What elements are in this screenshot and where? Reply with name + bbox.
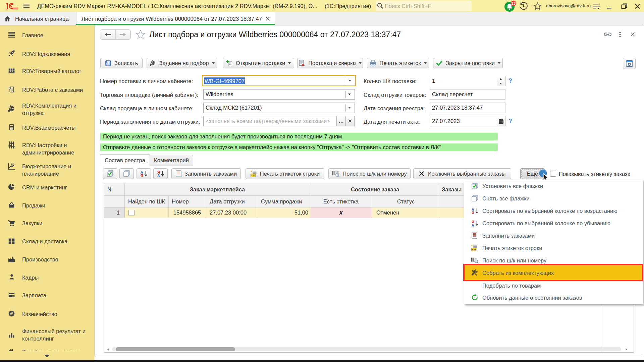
svg-text:₽: ₽ <box>10 311 13 316</box>
svg-text:А: А <box>157 174 160 178</box>
svg-text:Я: Я <box>140 174 143 178</box>
svg-text:1.11: 1.11 <box>472 248 476 251</box>
svg-text:1.11: 1.11 <box>251 174 255 177</box>
svg-text:А: А <box>472 223 474 227</box>
svg-text:Я: Я <box>472 211 474 215</box>
svg-text:13: 13 <box>512 1 516 5</box>
svg-text:₽: ₽ <box>12 163 14 166</box>
